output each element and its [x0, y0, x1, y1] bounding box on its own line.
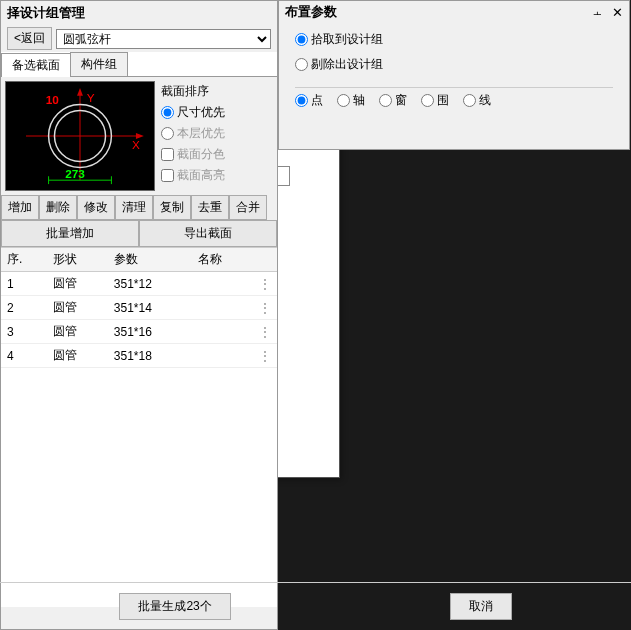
sort-title: 截面排序 [161, 83, 225, 100]
mode-围[interactable]: 围 [421, 92, 449, 109]
opt-pick[interactable]: 拾取到设计组 [295, 31, 613, 48]
btn-cancel[interactable]: 取消 [450, 593, 512, 620]
type-select[interactable]: 圆弧弦杆 [56, 29, 271, 49]
table-row[interactable]: 3圆管351*16⋮ [1, 320, 277, 344]
layout-params-panel: 布置参数 ⫠ ✕ 拾取到设计组 剔除出设计组 点轴窗围线 [278, 0, 630, 150]
btn-generate[interactable]: 批量生成23个 [119, 593, 230, 620]
btn-dedup[interactable]: 去重 [191, 195, 229, 220]
svg-text:273: 273 [65, 167, 85, 180]
table-row[interactable]: 2圆管351*14⋮ [1, 296, 277, 320]
col-index[interactable]: 序. [1, 248, 47, 272]
sort-size-first[interactable]: 尺寸优先 [161, 104, 225, 121]
btn-delete[interactable]: 删除 [39, 195, 77, 220]
btn-copy[interactable]: 复制 [153, 195, 191, 220]
btn-batch-add[interactable]: 批量增加 [1, 220, 139, 247]
tab-components[interactable]: 构件组 [70, 52, 128, 76]
col-shape[interactable]: 形状 [47, 248, 108, 272]
opt-remove[interactable]: 剔除出设计组 [295, 56, 613, 73]
mode-线[interactable]: 线 [463, 92, 491, 109]
col-name[interactable]: 名称 [192, 248, 253, 272]
section-table: 序. 形状 参数 名称 1圆管351*12⋮2圆管351*14⋮3圆管351*1… [1, 248, 277, 368]
mode-轴[interactable]: 轴 [337, 92, 365, 109]
tab-sections[interactable]: 备选截面 [1, 53, 71, 77]
svg-text:10: 10 [46, 93, 60, 106]
mode-点[interactable]: 点 [295, 92, 323, 109]
design-group-panel: 择设计组管理 <返回 圆弧弦杆 备选截面 构件组 10 Y X [0, 0, 278, 630]
layout-title: 布置参数 [285, 3, 337, 21]
btn-clean[interactable]: 清理 [115, 195, 153, 220]
chk-color[interactable]: 截面分色 [161, 146, 225, 163]
sort-layer-first[interactable]: 本层优先 [161, 125, 225, 142]
btn-add[interactable]: 增加 [1, 195, 39, 220]
pin-icon[interactable]: ⫠ [591, 5, 604, 20]
mode-窗[interactable]: 窗 [379, 92, 407, 109]
svg-marker-1 [77, 88, 83, 96]
design-group-title: 择设计组管理 [1, 1, 277, 25]
back-button[interactable]: <返回 [7, 27, 52, 50]
btn-export[interactable]: 导出截面 [139, 220, 277, 247]
table-row[interactable]: 1圆管351*12⋮ [1, 272, 277, 296]
section-preview: 10 Y X 273 [5, 81, 155, 191]
sort-options: 截面排序 尺寸优先 本层优先 截面分色 截面高亮 [161, 81, 225, 191]
close-icon[interactable]: ✕ [612, 5, 623, 20]
btn-edit[interactable]: 修改 [77, 195, 115, 220]
btn-merge[interactable]: 合并 [229, 195, 267, 220]
chk-highlight[interactable]: 截面高亮 [161, 167, 225, 184]
table-row[interactable]: 4圆管351*18⋮ [1, 344, 277, 368]
svg-text:Y: Y [87, 91, 95, 104]
col-param[interactable]: 参数 [108, 248, 192, 272]
svg-text:X: X [132, 138, 140, 151]
